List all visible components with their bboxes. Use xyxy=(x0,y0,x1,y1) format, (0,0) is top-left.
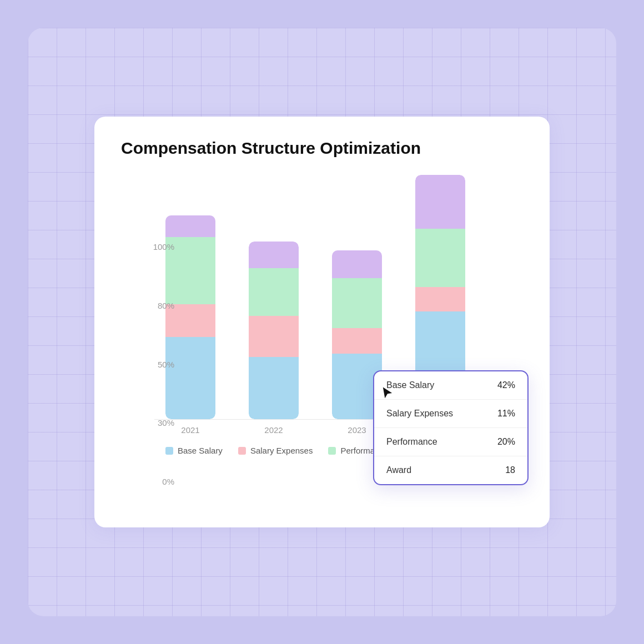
y-label-50: 50% xyxy=(148,360,174,369)
tooltip-value-award: 18 xyxy=(505,465,515,475)
x-label-2022: 2022 xyxy=(249,425,299,435)
y-label-100: 100% xyxy=(148,242,174,251)
segment-perf-2024 xyxy=(415,229,465,288)
segment-perf-2022 xyxy=(249,268,299,316)
tooltip-label-perf: Performance xyxy=(386,437,437,447)
tooltip-label-award: Award xyxy=(386,465,411,475)
chart-card: Compensation Structure Optimization 100%… xyxy=(94,117,550,527)
legend-label-base: Base Salary xyxy=(178,446,223,455)
y-axis: 100% 80% 50% 30% 0% xyxy=(148,242,174,486)
tooltip-row-base: Base Salary 42% xyxy=(374,371,527,400)
tooltip-row-perf: Performance 20% xyxy=(374,428,527,456)
y-label-80: 80% xyxy=(148,301,174,310)
segment-perf-2023 xyxy=(332,278,382,328)
tooltip-value-salary: 11% xyxy=(497,409,515,419)
tooltip-label-salary: Salary Expenses xyxy=(386,409,453,419)
segment-salary-2024 xyxy=(415,287,465,311)
segment-award-2021 xyxy=(165,215,215,237)
outer-background: Compensation Structure Optimization 100%… xyxy=(28,28,616,616)
tooltip-value-base: 42% xyxy=(497,380,515,390)
stacked-bar-2022 xyxy=(249,242,299,419)
y-label-0: 0% xyxy=(148,477,174,486)
tooltip-panel: Base Salary 42% Salary Expenses 11% Perf… xyxy=(373,370,529,485)
tooltip-row-salary: Salary Expenses 11% xyxy=(374,400,527,428)
chart-area: 100% 80% 50% 30% 0% xyxy=(121,175,523,507)
segment-base-2022 xyxy=(249,357,299,419)
tooltip-value-perf: 20% xyxy=(497,437,515,447)
segment-award-2024 xyxy=(415,175,465,229)
y-label-30: 30% xyxy=(148,418,174,427)
legend-label-salary: Salary Expenses xyxy=(250,446,313,455)
segment-award-2022 xyxy=(249,242,299,268)
legend-salary-expenses: Salary Expenses xyxy=(238,446,313,455)
segment-salary-2023 xyxy=(332,328,382,354)
legend-dot-salary xyxy=(238,447,246,455)
segment-award-2023 xyxy=(332,250,382,278)
card-title: Compensation Structure Optimization xyxy=(121,139,523,158)
legend-dot-perf xyxy=(328,447,336,455)
bar-group-2022 xyxy=(249,242,299,419)
tooltip-row-award: Award 18 xyxy=(374,456,527,484)
segment-salary-2022 xyxy=(249,316,299,357)
